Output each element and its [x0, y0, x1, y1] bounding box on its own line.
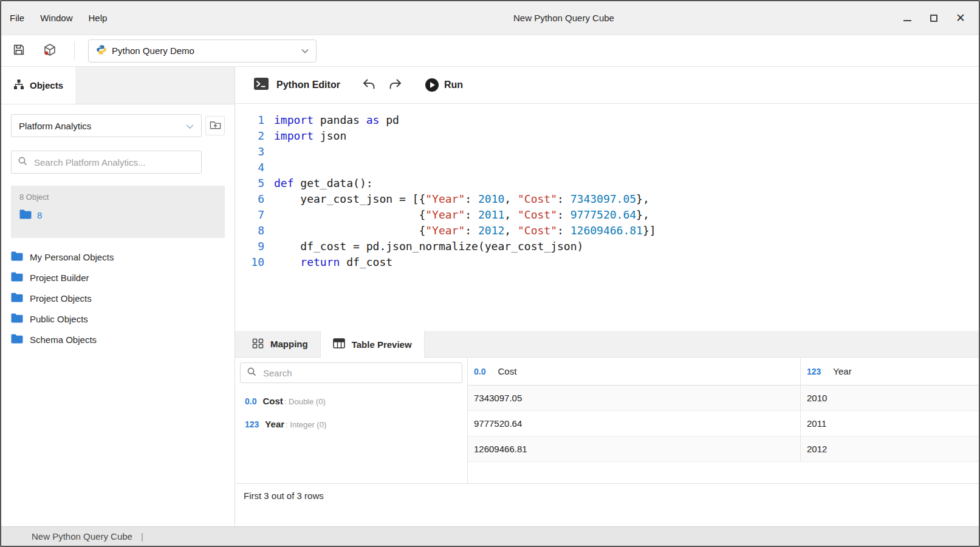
redo-button[interactable]: [388, 77, 403, 93]
menu-file[interactable]: File: [10, 13, 24, 23]
close-button[interactable]: ✕: [947, 1, 974, 35]
menu-help[interactable]: Help: [89, 13, 108, 23]
line-number: 5: [235, 175, 264, 191]
statusbar: New Python Query Cube |: [1, 526, 979, 546]
table-row[interactable]: 12609466.812012: [468, 437, 979, 462]
field-name: Cost: [262, 396, 283, 406]
objects-icon: [13, 79, 24, 92]
bottom-tabstrip: Mapping Table Preview: [235, 331, 979, 358]
menubar: File Window Help: [1, 13, 107, 23]
sidebar-folder-item[interactable]: My Personal Objects: [11, 246, 225, 267]
column-header[interactable]: 123Year: [800, 358, 979, 385]
search-icon: [247, 367, 256, 379]
run-button[interactable]: Run: [422, 78, 467, 92]
menu-window[interactable]: Window: [40, 13, 72, 23]
object-count-label: 8 Object: [19, 192, 216, 202]
table-cell: 12609466.81: [468, 437, 800, 461]
source-dropdown[interactable]: Platform Analytics: [11, 114, 202, 137]
table-row[interactable]: 7343097.052010: [468, 386, 979, 411]
cube-icon: [43, 42, 57, 59]
line-number: 10: [235, 254, 264, 270]
gutter: 12345678910: [235, 112, 264, 331]
code-line[interactable]: {"Year": 2011, "Cost": 9777520.64},: [274, 207, 656, 223]
titlebar: File Window Help New Python Query Cube ✕: [1, 1, 979, 35]
sidebar-folder-item[interactable]: Project Builder: [11, 267, 225, 288]
undo-button[interactable]: [361, 77, 377, 93]
save-button[interactable]: [12, 43, 26, 58]
code-line[interactable]: {"Year": 2012, "Cost": 12609466.81}]: [274, 223, 656, 239]
sidebar-tabstrip: Objects: [1, 67, 235, 104]
object-count-panel: 8 Object 8: [11, 186, 225, 238]
sidebar-folder-item[interactable]: Schema Objects: [11, 329, 225, 350]
maximize-button[interactable]: [920, 1, 947, 35]
folder-icon: [11, 313, 23, 325]
tab-mapping[interactable]: Mapping: [240, 331, 320, 357]
field-type-badge: 0.0: [245, 396, 256, 406]
table-header: 0.0Cost123Year: [468, 358, 979, 386]
run-button-label: Run: [444, 80, 463, 90]
browse-folder-up-button[interactable]: [205, 116, 225, 135]
sidebar-search-input[interactable]: [33, 157, 195, 168]
code-line[interactable]: year_cost_json = [{"Year": 2010, "Cost":…: [274, 191, 656, 207]
code-line[interactable]: return df_cost: [274, 254, 656, 270]
fields-search-input[interactable]: [262, 367, 456, 379]
folder-icon: [11, 334, 23, 345]
panel-footer: First 3 out of 3 rows: [235, 483, 979, 526]
line-number: 9: [235, 239, 264, 254]
line-number: 6: [235, 191, 264, 207]
code-line[interactable]: import json: [274, 128, 656, 144]
sidebar-folder-item[interactable]: Public Objects: [11, 308, 225, 329]
search-icon: [18, 156, 27, 168]
mapping-icon: [252, 338, 264, 350]
row-count-status: First 3 out of 3 rows: [244, 491, 324, 501]
save-icon: [12, 43, 26, 58]
code-line[interactable]: import pandas as pd: [274, 112, 656, 128]
field-name: Year: [265, 419, 284, 429]
code-line[interactable]: [274, 144, 656, 160]
undo-icon: [361, 77, 377, 93]
sidebar-search: [11, 151, 202, 174]
window-title: New Python Query Cube: [513, 1, 614, 35]
code-editor[interactable]: 12345678910 import pandas as pdimport js…: [235, 104, 979, 331]
tab-objects[interactable]: Objects: [1, 67, 75, 104]
line-number: 8: [235, 223, 264, 239]
tab-table-preview[interactable]: Table Preview: [320, 331, 425, 358]
query-selector-dropdown[interactable]: Python Query Demo: [88, 39, 317, 63]
code-lines: import pandas as pdimport json def get_d…: [264, 112, 656, 331]
publish-cube-button[interactable]: [43, 42, 57, 59]
table-rows: 7343097.0520109777520.64201112609466.812…: [468, 386, 979, 462]
statusbar-separator: |: [141, 531, 143, 542]
field-item[interactable]: 0.0 Cost : Double (0): [240, 396, 462, 406]
line-number: 4: [235, 160, 264, 175]
bottom-panel: Mapping Table Preview: [235, 331, 979, 526]
line-number: 3: [235, 144, 264, 160]
app-window: File Window Help New Python Query Cube ✕: [0, 0, 980, 547]
object-count-folder[interactable]: 8: [19, 209, 216, 221]
column-header[interactable]: 0.0Cost: [468, 358, 800, 385]
folder-label: My Personal Objects: [30, 252, 114, 262]
toolbar-divider: [74, 42, 75, 60]
sidebar-folder-item[interactable]: Project Objects: [11, 288, 225, 308]
line-number: 2: [235, 128, 264, 144]
folder-icon: [11, 272, 23, 284]
folder-label: Project Objects: [30, 293, 92, 304]
query-selector-value: Python Query Demo: [112, 46, 194, 56]
code-line[interactable]: [274, 160, 656, 175]
tab-table-preview-label: Table Preview: [352, 339, 412, 350]
main-panel: Python Editor: [235, 67, 979, 526]
folder-label: Schema Objects: [30, 335, 97, 345]
code-line[interactable]: df_cost = pd.json_normalize(year_cost_js…: [274, 239, 656, 254]
python-editor-icon: [253, 77, 269, 93]
column-name: Cost: [498, 366, 516, 376]
table-row[interactable]: 9777520.642011: [468, 411, 979, 437]
minimize-button[interactable]: [894, 1, 920, 35]
tab-mapping-label: Mapping: [270, 339, 308, 349]
folder-icon: [11, 293, 23, 304]
folder-list: My Personal Objects Project Builder Proj…: [11, 246, 225, 350]
close-icon: ✕: [956, 12, 965, 24]
code-line[interactable]: def get_data():: [274, 175, 656, 191]
column-type-badge: 0.0: [474, 367, 485, 376]
folder-label: Project Builder: [30, 273, 89, 283]
field-item[interactable]: 123 Year : Integer (0): [240, 419, 462, 429]
sidebar: Objects Platform Analytics: [1, 67, 235, 526]
